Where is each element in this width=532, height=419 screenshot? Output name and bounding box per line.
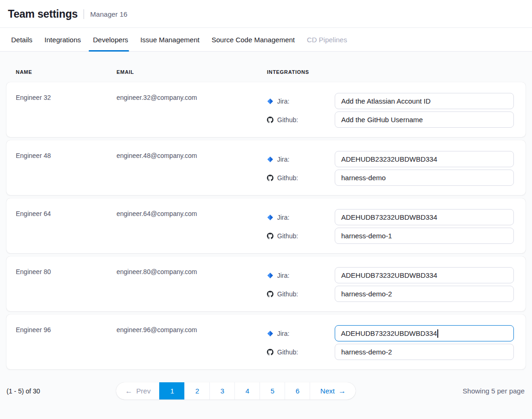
- github-icon: [267, 349, 273, 355]
- column-header-integrations: INTEGRATIONS: [267, 69, 514, 75]
- github-integration-row: Github: harness-demo: [267, 170, 514, 186]
- jira-integration-row: Jira: Add the Atlassian Account ID: [267, 93, 514, 109]
- github-integration-row: Github: harness-demo-2: [267, 344, 514, 360]
- github-integration-row: Github: Add the GitHub Username: [267, 111, 514, 128]
- github-label: Github:: [277, 232, 298, 240]
- column-header-email: EMAIL: [117, 69, 267, 75]
- jira-icon: [267, 156, 273, 163]
- developer-email: engineer.80@company.com: [117, 256, 267, 311]
- jira-icon: [267, 98, 273, 105]
- developer-row: Engineer 32 engineer.32@company.com Jira…: [6, 82, 526, 137]
- github-username-input[interactable]: harness-demo-1: [335, 228, 514, 244]
- developer-email: engineer.32@company.com: [117, 82, 267, 137]
- github-icon: [267, 233, 273, 239]
- developer-row: Engineer 64 engineer.64@company.com Jira…: [6, 198, 526, 253]
- github-integration-row: Github: harness-demo-2: [267, 286, 514, 302]
- github-icon: [267, 291, 273, 297]
- pagination-bar: (1 - 5) of 30 ← Prev 123456 Next → Showi…: [0, 373, 532, 399]
- developer-email: engineer.96@company.com: [117, 314, 267, 369]
- tab-issue-management[interactable]: Issue Management: [140, 28, 200, 51]
- per-page-label: Showing 5 per page: [463, 387, 525, 395]
- developer-name: Engineer 48: [16, 140, 117, 195]
- developer-row: Engineer 80 engineer.80@company.com Jira…: [6, 256, 526, 311]
- github-integration-row: Github: harness-demo-1: [267, 228, 514, 244]
- jira-integration-row: Jira: ADEHUDB73232UBDWBD334: [267, 267, 514, 283]
- developer-row: Engineer 48 engineer.48@company.com Jira…: [6, 140, 526, 195]
- jira-label: Jira:: [277, 272, 289, 279]
- github-label: Github:: [277, 348, 298, 356]
- jira-icon: [267, 272, 273, 279]
- page-button-3[interactable]: 3: [209, 382, 234, 399]
- github-username-input[interactable]: harness-demo: [335, 170, 514, 186]
- title-divider: [84, 9, 84, 19]
- jira-integration-row: Jira: ADEHUDB73232UBDWBD334: [267, 209, 514, 225]
- github-username-input[interactable]: harness-demo-2: [335, 344, 514, 360]
- jira-label: Jira:: [277, 98, 289, 105]
- tab-source-code-management[interactable]: Source Code Management: [212, 28, 295, 51]
- page-header: Team settings Manager 16: [0, 0, 532, 27]
- jira-icon: [267, 214, 273, 221]
- tab-integrations[interactable]: Integrations: [45, 28, 81, 51]
- page-button-6[interactable]: 6: [285, 382, 310, 399]
- prev-label: Prev: [136, 387, 151, 395]
- github-label: Github:: [277, 290, 298, 298]
- github-icon: [267, 117, 273, 123]
- github-label: Github:: [277, 174, 298, 182]
- page-button-2[interactable]: 2: [184, 382, 209, 399]
- github-username-input[interactable]: harness-demo-2: [335, 286, 514, 302]
- jira-icon: [267, 330, 273, 337]
- jira-account-id-input[interactable]: ADEHUDB73232UBDWBD334: [335, 325, 514, 341]
- jira-account-id-input[interactable]: Add the Atlassian Account ID: [335, 93, 514, 109]
- developer-name: Engineer 96: [16, 314, 117, 369]
- jira-label: Jira:: [277, 156, 289, 163]
- developer-row-list: Engineer 32 engineer.32@company.com Jira…: [6, 82, 526, 369]
- developers-table: NAME EMAIL INTEGRATIONS Engineer 32 engi…: [0, 52, 532, 369]
- page-button-5[interactable]: 5: [260, 382, 285, 399]
- page-subtitle: Manager 16: [90, 10, 127, 18]
- next-arrow-icon: →: [338, 387, 346, 395]
- developer-name: Engineer 32: [16, 82, 117, 137]
- page-button-4[interactable]: 4: [234, 382, 260, 399]
- tab-bar: DetailsIntegrationsDevelopersIssue Manag…: [0, 27, 532, 52]
- jira-label: Jira:: [277, 330, 289, 337]
- page-button-1[interactable]: 1: [159, 382, 184, 399]
- text-cursor: [437, 329, 438, 338]
- jira-account-id-input[interactable]: ADEHUDB23232UBDWBD334: [335, 151, 514, 167]
- table-header-row: NAME EMAIL INTEGRATIONS: [6, 52, 526, 82]
- github-icon: [267, 175, 273, 181]
- tab-details[interactable]: Details: [11, 28, 32, 51]
- developer-email: engineer.64@company.com: [117, 198, 267, 253]
- pager: ← Prev 123456 Next →: [116, 382, 356, 399]
- jira-account-id-input[interactable]: ADEHUDB73232UBDWBD334: [335, 267, 514, 283]
- github-username-input[interactable]: Add the GitHub Username: [335, 111, 514, 128]
- developer-name: Engineer 80: [16, 256, 117, 311]
- prev-arrow-icon: ←: [125, 387, 133, 395]
- developer-row: Engineer 96 engineer.96@company.com Jira…: [6, 314, 526, 369]
- prev-button[interactable]: ← Prev: [116, 382, 159, 399]
- developer-name: Engineer 64: [16, 198, 117, 253]
- column-header-name: NAME: [16, 69, 117, 75]
- next-label: Next: [320, 387, 335, 395]
- jira-integration-row: Jira: ADEHUDB73232UBDWBD334: [267, 325, 514, 341]
- next-button[interactable]: Next →: [310, 382, 356, 399]
- jira-account-id-input[interactable]: ADEHUDB73232UBDWBD334: [335, 209, 514, 225]
- jira-label: Jira:: [277, 214, 289, 221]
- tab-developers[interactable]: Developers: [93, 28, 128, 51]
- jira-integration-row: Jira: ADEHUDB23232UBDWBD334: [267, 151, 514, 167]
- tab-cd-pipelines[interactable]: CD Pipelines: [307, 28, 347, 51]
- developer-email: engineer.48@company.com: [117, 140, 267, 195]
- page-title: Team settings: [8, 8, 78, 20]
- github-label: Github:: [277, 116, 298, 124]
